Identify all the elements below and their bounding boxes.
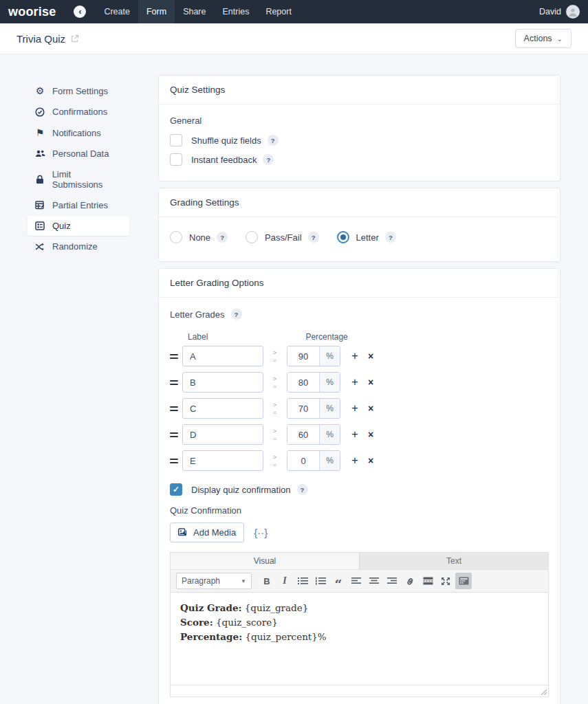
radio-label: Letter [356,232,379,243]
help-icon[interactable]: ? [217,232,228,243]
shuffle-quiz-fields-checkbox[interactable] [170,134,182,146]
nav-item-share[interactable]: Share [175,0,214,23]
sidebar-item-confirmations[interactable]: Confirmations [28,102,129,122]
grade-label-input[interactable] [182,424,263,445]
grade-row: > = % + × [167,424,549,445]
help-icon[interactable]: ? [308,232,319,243]
nav-item-report[interactable]: Report [257,0,300,23]
drag-handle-icon[interactable] [170,432,178,437]
bullet-list-icon[interactable] [294,573,311,589]
editor-bold-text: Percentage: [180,631,242,642]
operator-label: > = [270,349,281,364]
sidebar-item-label: Personal Data [52,148,109,159]
help-icon[interactable]: ? [385,232,396,243]
external-link-icon[interactable] [70,34,79,43]
add-row-button[interactable]: + [349,375,361,389]
table-icon [34,201,45,210]
grade-label-input[interactable] [182,450,263,471]
sidebar-item-label: Notifications [52,128,101,138]
back-button[interactable]: ‹ [74,6,86,18]
drag-handle-icon[interactable] [170,459,178,463]
grading-passfail-radio[interactable] [246,231,258,243]
editor-line: Percentage: {quiz_percent}% [180,630,538,644]
editor-text: {quiz_score} [213,617,278,628]
sidebar-item-personal-data[interactable]: Personal Data [28,144,129,164]
fullscreen-icon[interactable] [437,573,454,589]
sidebar-item-form-settings[interactable]: ⚙ Form Settings [28,80,129,101]
nav-item-form[interactable]: Form [138,0,175,23]
column-header-label: Label [188,332,208,342]
tab-text[interactable]: Text [359,553,548,569]
sidebar-item-label: Randomize [52,241,98,252]
add-row-button[interactable]: + [349,454,361,468]
remove-row-button[interactable]: × [365,377,376,388]
blockquote-icon[interactable]: “ [330,573,347,589]
grade-percent-input[interactable] [287,373,319,392]
resize-handle[interactable] [540,688,547,695]
grading-letter-radio[interactable] [337,231,349,243]
remove-row-button[interactable]: × [365,351,376,362]
add-row-button[interactable]: + [349,428,361,441]
card-title: Quiz Settings [159,76,560,104]
editor-content[interactable]: Quiz Grade: {quiz_grade} Score: {quiz_sc… [171,593,548,685]
actions-button[interactable]: Actions ⌄ [515,29,571,48]
help-icon[interactable]: ? [263,154,274,165]
operator-label: > = [270,453,281,468]
remove-row-button[interactable]: × [365,429,376,440]
editor-status-bar [171,685,548,696]
nav-item-entries[interactable]: Entries [214,0,257,23]
display-quiz-confirmation-checkbox[interactable]: ✓ [170,483,182,496]
sidebar-item-label: Partial Entries [52,200,108,210]
page-header: Trivia Quiz Actions ⌄ [0,23,588,54]
remove-row-button[interactable]: × [365,455,376,466]
media-icon [178,528,188,538]
align-left-icon[interactable] [348,573,364,589]
sidebar-item-randomize[interactable]: Randomize [28,236,129,256]
toolbar-toggle-icon[interactable] [455,573,472,589]
read-more-icon[interactable] [420,573,436,589]
help-icon[interactable]: ? [297,484,308,495]
top-navigation: Create Form Share Entries Report [96,0,300,23]
grade-label-input[interactable] [182,372,263,393]
editor-bold-text: Score: [180,617,213,628]
drag-handle-icon[interactable] [170,354,178,359]
add-row-button[interactable]: + [349,402,361,415]
instant-feedback-checkbox[interactable] [170,153,182,166]
sidebar-item-notifications[interactable]: ⚑ Notifications [28,122,129,143]
numbered-list-icon[interactable] [312,573,329,589]
quiz-settings-card: Quiz Settings General Shuffle quiz field… [158,75,560,182]
grade-label-input[interactable] [182,346,263,366]
paragraph-dropdown[interactable]: Paragraph ▼ [176,573,252,589]
remove-row-button[interactable]: × [365,403,376,414]
tab-visual[interactable]: Visual [171,553,359,569]
grading-none-radio[interactable] [170,231,182,243]
user-menu[interactable]: David [539,5,580,19]
rich-text-editor: Visual Text Paragraph ▼ B I [170,552,549,697]
link-icon[interactable] [402,573,418,589]
help-icon[interactable]: ? [231,309,242,320]
editor-text: {quiz_grade} [241,602,308,613]
sidebar-item-partial-entries[interactable]: Partial Entries [28,195,129,215]
grade-percent-input[interactable] [287,346,319,366]
help-icon[interactable]: ? [268,135,279,146]
grade-label-input[interactable] [182,398,263,419]
sidebar-item-quiz[interactable]: Quiz [28,216,129,236]
drag-handle-icon[interactable] [170,406,178,411]
paragraph-label: Paragraph [182,576,220,586]
grade-percent-input[interactable] [287,451,319,470]
add-media-button[interactable]: Add Media [170,522,244,542]
align-center-icon[interactable] [366,573,382,589]
grade-percent-input[interactable] [287,425,319,444]
nav-item-create[interactable]: Create [96,0,138,23]
bold-button[interactable]: B [259,573,275,589]
sidebar-item-limit-submissions[interactable]: Limit Submissions [28,164,129,195]
italic-button[interactable]: I [276,573,293,589]
merge-tags-button[interactable]: {··} [254,527,268,538]
grade-percent-input[interactable] [287,399,319,418]
drag-handle-icon[interactable] [170,380,178,385]
content-area: ⚙ Form Settings Confirmations ⚑ Notifica… [0,54,588,704]
avatar[interactable] [566,5,580,19]
align-right-icon[interactable] [384,573,400,589]
editor-line: Quiz Grade: {quiz_grade} [180,601,538,615]
add-row-button[interactable]: + [349,349,361,363]
